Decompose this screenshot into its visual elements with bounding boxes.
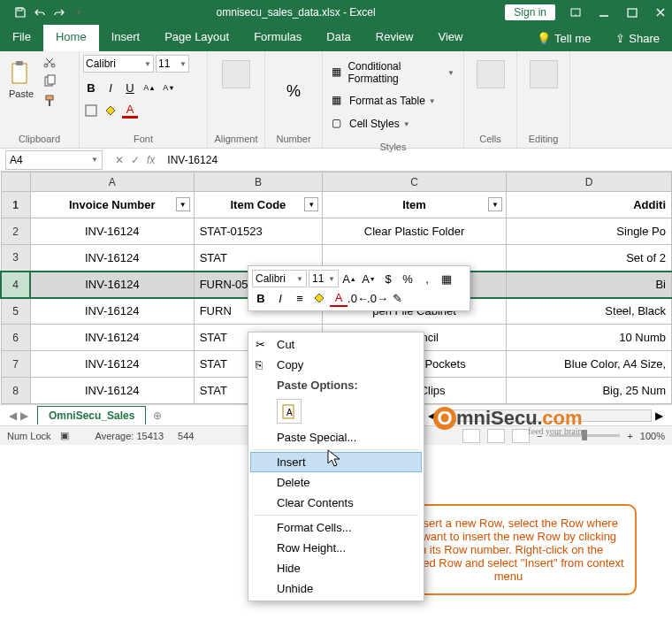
cells-icon[interactable] [477, 60, 505, 88]
cell[interactable]: Clear Plastic Folder [323, 218, 507, 245]
font-name-combo[interactable]: Calibri▼ [83, 55, 154, 73]
mini-bold-button[interactable]: B [252, 289, 270, 307]
row-header-selected[interactable]: 4 [1, 272, 30, 298]
mini-fill-color-icon[interactable] [310, 289, 328, 307]
borders-button[interactable] [83, 103, 99, 119]
cancel-formula-icon[interactable]: ✕ [115, 154, 124, 166]
font-size-combo[interactable]: 11▼ [156, 55, 189, 73]
cm-clear-contents[interactable]: Clear Contents [250, 493, 422, 513]
cm-cut[interactable]: ✂Cut [250, 334, 422, 355]
mini-borders-icon[interactable]: ▦ [438, 270, 455, 287]
cm-format-cells[interactable]: Format Cells... [250, 517, 422, 538]
percent-icon[interactable]: % [286, 82, 301, 101]
mini-inc-decimal-icon[interactable]: .0← [349, 289, 367, 307]
fx-icon[interactable]: fx [147, 154, 155, 166]
cell[interactable]: INV-16124 [30, 298, 194, 325]
cell[interactable]: INV-16124 [30, 245, 194, 272]
column-header-a[interactable]: A [30, 172, 194, 192]
fill-color-button[interactable] [103, 103, 118, 119]
cell[interactable]: INV-16124 [30, 325, 194, 351]
font-color-button[interactable]: A [122, 103, 138, 119]
column-header-d[interactable]: D [506, 172, 671, 192]
row-header[interactable]: 6 [1, 325, 30, 351]
tab-file[interactable]: File [0, 25, 43, 51]
cell[interactable]: Single Po [506, 218, 671, 245]
row-header-1[interactable]: 1 [1, 192, 30, 218]
redo-icon[interactable] [51, 4, 67, 20]
sheet-tab-active[interactable]: OmniSecu_Sales [37, 406, 146, 425]
tab-share[interactable]: ⇪Share [603, 27, 672, 50]
header-cell[interactable]: Item▼ [323, 192, 507, 218]
mini-format-painter-icon[interactable]: ✎ [388, 289, 406, 307]
close-icon[interactable] [653, 4, 668, 20]
cm-unhide[interactable]: Unhide [250, 578, 422, 599]
column-header-b[interactable]: B [194, 172, 322, 192]
filter-arrow-icon[interactable]: ▼ [304, 197, 318, 211]
conditional-formatting-button[interactable]: ▦Conditional Formatting▼ [328, 58, 458, 87]
maximize-icon[interactable] [624, 4, 640, 20]
save-icon[interactable] [12, 4, 28, 20]
cm-row-height[interactable]: Row Height... [250, 538, 422, 558]
cell[interactable]: INV-16124 [30, 218, 194, 245]
hscroll-right-icon[interactable]: ▶ [655, 409, 663, 422]
cell[interactable]: INV-16124 [30, 378, 194, 404]
row-header[interactable]: 5 [1, 298, 30, 325]
row-header[interactable]: 7 [1, 351, 30, 378]
zoom-level[interactable]: 100% [640, 431, 665, 441]
enter-formula-icon[interactable]: ✓ [131, 154, 140, 166]
row-header[interactable]: 8 [1, 378, 30, 404]
grow-font-button[interactable]: A▲ [141, 80, 157, 96]
cell[interactable]: Big, 25 Num [506, 378, 671, 404]
cell[interactable]: 10 Numb [506, 325, 671, 351]
mini-shrink-font-icon[interactable]: A▼ [360, 270, 378, 287]
cell[interactable]: STAT-01523 [194, 218, 322, 245]
cell[interactable]: Blue Color, A4 Size, [506, 351, 671, 378]
column-header-c[interactable]: C [323, 172, 507, 192]
cm-delete[interactable]: Delete [250, 472, 422, 493]
format-as-table-button[interactable]: ▦Format as Table▼ [328, 92, 458, 110]
shrink-font-button[interactable]: A▼ [161, 80, 177, 96]
tab-tell-me[interactable]: 💡Tell me [524, 27, 603, 50]
mini-font-combo[interactable]: Calibri▼ [252, 270, 307, 287]
header-cell[interactable]: Item Code▼ [194, 192, 322, 218]
row-header[interactable]: 2 [1, 218, 30, 245]
undo-icon[interactable] [32, 4, 48, 20]
alignment-icon[interactable] [222, 60, 250, 88]
zoom-in-icon[interactable]: + [627, 431, 632, 441]
formula-input[interactable]: INV-16124 [162, 154, 672, 166]
cell[interactable]: INV-16124 [30, 272, 194, 298]
mini-dec-decimal-icon[interactable]: .0→ [369, 289, 386, 307]
sheet-nav-next-icon[interactable]: ▶ [20, 409, 28, 422]
cm-copy[interactable]: ⎘Copy [250, 355, 422, 375]
cell[interactable]: INV-16124 [30, 351, 194, 378]
tab-insert[interactable]: Insert [99, 25, 153, 51]
bold-button[interactable]: B [83, 80, 99, 96]
tab-formulas[interactable]: Formulas [241, 25, 314, 51]
tab-page-layout[interactable]: Page Layout [152, 25, 241, 51]
cm-hide[interactable]: Hide [250, 558, 422, 578]
tab-view[interactable]: View [425, 25, 475, 51]
cell[interactable]: Bi [506, 272, 671, 298]
mini-size-combo[interactable]: 11▼ [309, 270, 339, 287]
paste-option-button[interactable]: A [277, 399, 302, 424]
filter-arrow-icon[interactable]: ▼ [176, 197, 190, 211]
header-cell[interactable]: Invoice Number▼ [30, 192, 194, 218]
qat-customize-icon[interactable]: ▼ [71, 4, 87, 20]
editing-icon[interactable] [530, 60, 558, 88]
minimize-icon[interactable] [596, 4, 612, 20]
cell[interactable]: Set of 2 [506, 245, 671, 272]
format-painter-icon[interactable] [42, 94, 57, 108]
cm-paste-special[interactable]: Paste Special... [250, 427, 422, 448]
underline-button[interactable]: U [122, 80, 138, 96]
record-macro-icon[interactable]: ▣ [60, 430, 69, 441]
mini-comma-icon[interactable]: , [418, 270, 436, 287]
cm-insert[interactable]: Insert [250, 452, 422, 472]
filter-arrow-icon[interactable]: ▼ [488, 197, 502, 211]
row-header[interactable]: 3 [1, 245, 30, 272]
mini-accounting-icon[interactable]: $ [379, 270, 397, 287]
header-cell[interactable]: Additi [506, 192, 671, 218]
ribbon-options-icon[interactable] [568, 4, 584, 20]
mini-percent-icon[interactable]: % [399, 270, 416, 287]
cell-styles-button[interactable]: ▢Cell Styles▼ [328, 115, 458, 133]
mini-italic-button[interactable]: I [271, 289, 289, 307]
